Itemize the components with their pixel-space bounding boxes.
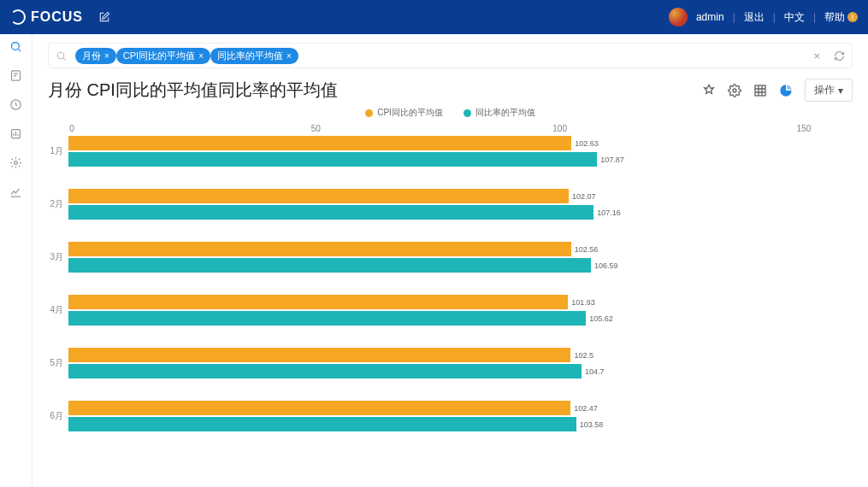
clock-icon[interactable] [9,97,23,111]
app-name: FOCUS [31,9,83,25]
clear-icon[interactable]: × [813,50,820,62]
avatar[interactable] [669,8,688,26]
bar-value: 103.58 [580,420,604,429]
bar-value: 102.56 [575,245,599,254]
svg-rect-7 [755,85,765,96]
svg-point-5 [57,52,64,59]
bar-value: 102.47 [574,404,598,413]
chevron-down-icon: ▾ [838,85,843,97]
logo: FOCUS [10,9,83,25]
bar[interactable]: 106.59 [68,258,591,273]
svg-point-6 [733,89,736,92]
bar[interactable]: 105.62 [68,311,586,326]
operation-button[interactable]: 操作 ▾ [805,79,853,102]
filter-chip[interactable]: CPI同比的平均值× [116,48,210,64]
svg-point-4 [15,161,18,164]
bar-value: 104.7 [585,367,605,376]
chart-icon[interactable] [779,84,793,97]
bar-value: 101.93 [571,298,595,307]
chart-row: 2月102.07107.16 [48,189,853,220]
bar-value: 107.16 [597,208,621,217]
chart: CPI同比的平均值同比率的平均值 050100150 1月102.63107.8… [48,107,853,431]
chart-row: 5月102.5104.7 [48,348,853,378]
title-row: 月份 CPI同比的平均值同比率的平均值 操作 ▾ [48,79,853,102]
axis-tick: 150 [797,124,812,133]
page-title: 月份 CPI同比的平均值同比率的平均值 [48,79,338,102]
x-axis: 050100150 [72,124,853,136]
row-label: 5月 [48,357,68,369]
bar-value: 102.07 [572,192,596,201]
chip-remove-icon[interactable]: × [104,51,109,61]
bar[interactable]: 102.07 [68,189,569,203]
pin-icon[interactable] [702,84,716,97]
toolbar: 操作 ▾ [702,79,853,102]
chart-row: 6月102.47103.58 [48,401,853,431]
logout-link[interactable]: 退出 [744,10,765,25]
bar-value: 102.5 [574,351,593,360]
row-label: 6月 [48,410,68,422]
logo-icon [10,9,26,25]
axis-tick: 0 [69,124,74,133]
axis-tick: 50 [311,124,321,133]
chart-row: 4月101.93105.62 [48,295,853,326]
bar[interactable]: 102.63 [68,136,571,150]
top-bar: FOCUS admin | 退出 | 中文 | 帮助 ! [0,0,868,34]
settings-icon[interactable] [728,84,741,97]
search-icon-inline[interactable] [56,50,67,62]
filter-chip[interactable]: 月份× [75,48,116,64]
chip-remove-icon[interactable]: × [198,51,204,61]
sidebar [0,34,32,487]
gear-icon[interactable] [9,155,23,169]
bookmark-icon[interactable] [9,68,23,82]
help-link[interactable]: 帮助 ! [824,10,858,25]
search-chips-row: 月份×CPI同比的平均值×同比率的平均值× × [48,43,853,68]
top-right: admin | 退出 | 中文 | 帮助 ! [669,8,858,26]
help-badge-icon: ! [847,12,858,22]
lang-link[interactable]: 中文 [784,10,805,25]
bar-value: 105.62 [589,314,613,323]
main-area: 月份×CPI同比的平均值×同比率的平均值× × 月份 CPI同比的平均值同比率的… [32,34,868,487]
bar[interactable]: 102.56 [68,242,571,256]
legend-item[interactable]: 同比率的平均值 [464,107,535,119]
svg-point-0 [12,42,20,50]
bar[interactable]: 101.93 [68,295,568,309]
search-icon[interactable] [9,39,23,53]
chart-row: 3月102.56106.59 [48,242,853,273]
bar[interactable]: 107.87 [68,152,597,167]
data-icon[interactable] [9,126,23,140]
bar[interactable]: 102.5 [68,348,570,362]
axis-tick: 100 [552,124,567,133]
row-label: 1月 [48,145,68,157]
bar[interactable]: 103.58 [68,417,576,431]
bar[interactable]: 102.47 [68,401,570,415]
bar[interactable]: 107.16 [68,205,593,220]
bar[interactable]: 104.7 [68,364,582,378]
row-label: 2月 [48,198,68,210]
bar-value: 107.87 [600,155,624,164]
refresh-icon[interactable] [834,50,845,62]
trend-icon[interactable] [9,185,23,198]
bar-value: 106.59 [594,261,618,270]
row-label: 3月 [48,251,68,263]
table-icon[interactable] [753,84,767,97]
chip-remove-icon[interactable]: × [286,51,292,61]
legend: CPI同比的平均值同比率的平均值 [48,107,853,119]
bar-value: 102.63 [575,139,599,148]
edit-icon[interactable] [98,11,110,23]
filter-chip[interactable]: 同比率的平均值× [210,48,298,64]
legend-item[interactable]: CPI同比的平均值 [365,107,443,119]
chart-row: 1月102.63107.87 [48,136,853,167]
row-label: 4月 [48,304,68,316]
user-name[interactable]: admin [696,11,724,23]
